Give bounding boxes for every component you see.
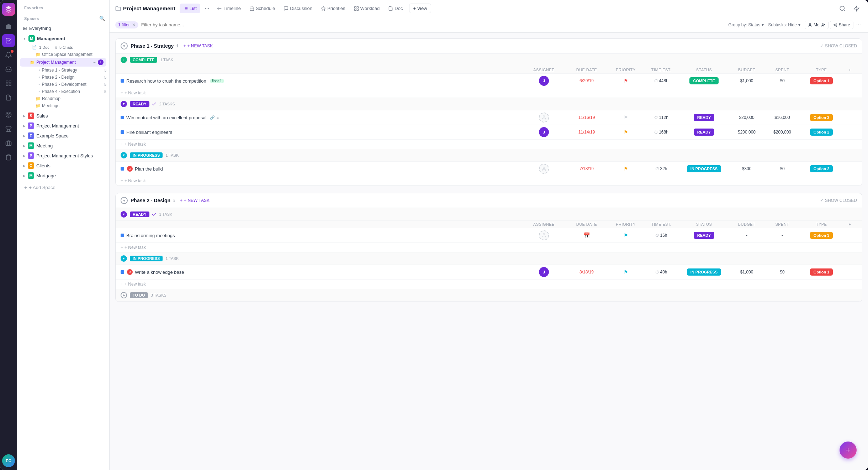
roadmap-nav[interactable]: 📁Roadmap [20, 95, 106, 102]
trophy-icon-btn[interactable] [2, 122, 15, 135]
tab-workload[interactable]: Workload [350, 4, 383, 13]
everything-label: Everything [29, 26, 51, 31]
user-avatar[interactable]: EC [2, 454, 15, 467]
mortgage-space[interactable]: ▶ M Mortgage [20, 171, 106, 181]
meeting-space[interactable]: ▶ M Meeting [20, 141, 106, 151]
pm-add-btn[interactable]: + [98, 59, 104, 65]
assignee-cell: J [523, 267, 565, 277]
goals-icon-btn[interactable] [2, 108, 15, 121]
ready-badge[interactable]: READY [130, 101, 157, 107]
me-btn[interactable]: Me [805, 21, 829, 29]
table-row[interactable]: Research how to crush the competition fl… [116, 74, 862, 88]
phase2-toggle[interactable]: ▼ [121, 197, 128, 204]
phase2-ready-badge[interactable]: READY [130, 212, 157, 217]
ready-toggle[interactable]: ▼ [121, 101, 127, 107]
filter-input[interactable] [141, 22, 726, 27]
project-management-item[interactable]: 📁 Project Management ··· + [20, 58, 106, 67]
sales-space[interactable]: ▶ S Sales [20, 111, 106, 121]
search-spaces-icon[interactable]: 🔍 [99, 16, 105, 21]
docs-sub[interactable]: 📄1 Doc [31, 44, 51, 50]
phase2-ready-toggle[interactable]: ▼ [121, 211, 127, 218]
phase1-nav[interactable]: ● Phase 1 - Strategy 3 [20, 67, 106, 74]
complete-toggle[interactable]: ✓ [121, 57, 127, 63]
phase2-inprogress-toggle[interactable]: ▼ [121, 255, 127, 262]
pm-styles-space[interactable]: ▶ P Project Management Styles [20, 151, 106, 161]
fab-button[interactable]: + [840, 442, 857, 459]
clipboard-icon-btn[interactable] [2, 151, 15, 164]
phase2-info[interactable]: ℹ [173, 198, 175, 203]
svg-rect-21 [354, 6, 356, 8]
docs-icon-btn[interactable] [2, 91, 15, 104]
assignee-avatar: J [539, 127, 549, 137]
tab-doc[interactable]: Doc [385, 4, 406, 13]
everything-item[interactable]: ⊞ Everything [20, 24, 106, 33]
add-task-ready[interactable]: ++ New task [116, 140, 862, 149]
tasks-icon-btn[interactable] [2, 34, 15, 47]
add-task-phase2-inprogress[interactable]: ++ New task [116, 280, 862, 289]
tab-discussion[interactable]: Discussion [280, 4, 316, 13]
phase2-show-closed[interactable]: ✓SHOW CLOSED [820, 198, 857, 203]
table-row[interactable]: ⊘ Write a knowledge base J 8/18/19 ⚑ [116, 265, 862, 280]
lightning-btn[interactable] [851, 3, 862, 14]
management-space[interactable]: ▼ M Management [20, 33, 106, 43]
inbox-icon-btn[interactable] [2, 63, 15, 75]
pm-dots-btn[interactable]: ··· [92, 59, 96, 65]
tab-timeline[interactable]: Timeline [213, 4, 244, 13]
group-by-btn[interactable]: Group by: Status ▾ [728, 22, 764, 27]
table-row[interactable]: ⊘ Plan the build 7/18/19 ⚑ [116, 162, 862, 176]
inprogress-toggle[interactable]: ▼ [121, 152, 127, 158]
app-logo[interactable] [2, 3, 15, 16]
add-space-btn[interactable]: + + Add Space [21, 183, 105, 192]
phase2-ready-label: READY [130, 212, 149, 217]
phase2-inprogress-count: 1 TASK [165, 256, 179, 261]
add-task-inprogress[interactable]: ++ New task [116, 176, 862, 186]
home-icon-btn[interactable] [2, 20, 15, 33]
bell-icon-btn[interactable] [2, 48, 15, 61]
phase1-show-closed[interactable]: ✓SHOW CLOSED [820, 43, 857, 48]
dashboard-icon-btn[interactable] [2, 77, 15, 90]
phase2-inprogress-badge[interactable]: IN PROGRESS [130, 256, 163, 261]
filter-badge[interactable]: 1 filter ✕ [115, 21, 138, 28]
inprogress-badge[interactable]: IN PROGRESS [130, 152, 163, 158]
complete-badge[interactable]: COMPLETE [130, 57, 157, 63]
phase2-ready-group: ▼ READY 1 TASK ASSIGNEE DUE DATE PRIORIT… [116, 208, 862, 252]
share-btn[interactable]: Share [830, 21, 853, 29]
add-task-phase2-ready[interactable]: ++ New task [116, 243, 862, 252]
example-space[interactable]: ▶ E Example Space [20, 131, 106, 141]
svg-marker-20 [321, 6, 326, 10]
spent-value: - [782, 233, 783, 238]
phase1-info[interactable]: ℹ [176, 43, 178, 48]
tab-priorities[interactable]: Priorities [317, 4, 349, 13]
table-row[interactable]: Hire brilliant engineers J 11/14/19 ⚑ ⏱ [116, 125, 862, 140]
meetings-nav[interactable]: 📁Meetings [20, 102, 106, 109]
col-status: STATUS [679, 68, 729, 72]
phase4-nav[interactable]: ● Phase 4 - Execution 5 [20, 88, 106, 95]
table-row[interactable]: Win contract with an excellent proposal … [116, 110, 862, 125]
office-space-item[interactable]: 📁 Office Space Management [20, 51, 106, 58]
tab-list[interactable]: List [180, 4, 200, 13]
pm-space[interactable]: ▶ P Project Management [20, 121, 106, 131]
phase3-nav[interactable]: ● Phase 3 - Development 5 [20, 81, 106, 88]
add-task-complete[interactable]: ++ New task [116, 88, 862, 98]
col-add[interactable]: + [843, 68, 857, 72]
phase2-todo-toggle[interactable]: ▶ [121, 292, 127, 298]
subtasks-btn[interactable]: Subtasks: Hide ▾ [768, 22, 800, 27]
table-row[interactable]: Brainstorming meetings 📅 ⚑ [116, 228, 862, 243]
phase1-add-task[interactable]: ++ NEW TASK [181, 43, 215, 49]
briefcase-icon-btn[interactable] [2, 137, 15, 150]
more-views-btn[interactable]: ··· [202, 4, 212, 13]
sales-icon: S [28, 113, 34, 119]
tab-schedule[interactable]: Schedule [246, 4, 279, 13]
chats-sub[interactable]: #5 Chats [54, 44, 74, 50]
more-options-btn[interactable]: ··· [855, 22, 862, 28]
search-btn[interactable] [837, 3, 848, 14]
phase2-nav[interactable]: ● Phase 2 - Design 5 [20, 74, 106, 81]
col-type: TYPE [800, 68, 843, 72]
filter-close-btn[interactable]: ✕ [132, 22, 136, 27]
clients-space[interactable]: ▶ C Clients [20, 161, 106, 171]
col-add2[interactable]: + [843, 222, 857, 226]
phase2-todo-badge[interactable]: TO DO [130, 292, 148, 298]
phase2-add-task[interactable]: ++ NEW TASK [178, 197, 212, 204]
phase1-toggle[interactable]: ▼ [121, 42, 128, 49]
add-view-btn[interactable]: + View [409, 4, 431, 13]
